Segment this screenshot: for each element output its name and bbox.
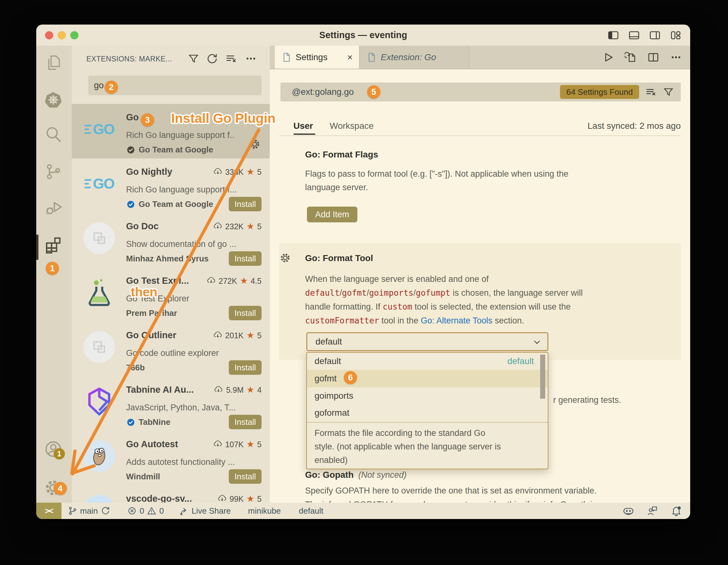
option-default-detail: default [507, 353, 534, 370]
extension-desc: JavaScript, Python, Java, T... [126, 403, 262, 412]
kubernetes-icon[interactable] [44, 91, 62, 109]
alternate-tools-link[interactable]: Go: Alternate Tools [421, 316, 493, 325]
file-icon [281, 52, 291, 62]
toggle-panel-icon[interactable] [628, 30, 640, 41]
kube-context-status-item[interactable]: minikube [248, 503, 281, 519]
scope-tab-user[interactable]: User [293, 119, 313, 133]
downloads-icon [214, 385, 223, 395]
extension-publisher: TabNine [126, 417, 170, 427]
setting-desc-format-flags: Flags to pass to format tool (e.g. ["-s"… [305, 167, 569, 194]
option-goimports[interactable]: goimports [307, 387, 548, 404]
run-debug-icon[interactable] [44, 199, 62, 216]
extension-row-vscode-go[interactable]: vscode-go-sv... 99K ★ 5 [72, 485, 270, 503]
settings-found-badge: 64 Settings Found [560, 85, 639, 99]
extension-stats: 107K ★ 5 [213, 440, 262, 449]
go-logo: GO [84, 113, 115, 145]
filter-settings-icon[interactable] [663, 86, 674, 98]
split-editor-icon[interactable] [647, 51, 659, 63]
flask-icon [84, 277, 115, 308]
live-share-icon [179, 506, 189, 516]
extensions-sidebar: EXTENSIONS: MARKE... go GO Go Rich Go la… [72, 46, 270, 503]
extension-row-go-doc[interactable]: Go Doc 232K ★ 5 Show documentation of go… [72, 213, 270, 268]
downloads-icon [213, 222, 222, 231]
extension-stats: 99K ★ 5 [217, 494, 262, 503]
more-actions-icon[interactable] [670, 51, 682, 63]
extension-row-tabnine[interactable]: Tabnine AI Au... 5.9M ★ 4 JavaScript, Py… [72, 376, 270, 431]
rating-star-icon: ★ [246, 385, 254, 394]
files-icon[interactable] [44, 54, 62, 72]
extensions-icon[interactable] [44, 236, 62, 254]
verified-publisher-icon [126, 200, 136, 209]
settings-search-input[interactable]: @ext:golang.go 64 Settings Found [280, 83, 681, 101]
clear-settings-search-icon[interactable] [645, 86, 656, 98]
extension-stats: 5.9M ★ 4 [214, 385, 262, 395]
downloads-icon [213, 167, 222, 177]
scope-tab-workspace[interactable]: Workspace [330, 119, 374, 133]
source-control-icon[interactable] [44, 163, 62, 181]
problems-status-item[interactable]: 0 0 [127, 503, 164, 519]
dropdown-scrollbar[interactable] [540, 354, 545, 399]
setting-desc-gopath: Specify GOPATH here to override the one … [305, 484, 597, 498]
extension-row-go-autotest[interactable]: Go Autotest 107K ★ 5 Adds autotest funct… [72, 431, 270, 485]
partial-setting-text: r generating tests. [553, 393, 621, 407]
bell-icon[interactable] [671, 505, 682, 516]
settings-gear-icon[interactable] [44, 479, 62, 497]
format-tool-select[interactable]: default [306, 332, 548, 351]
setting-gear-icon[interactable] [279, 252, 291, 264]
tab-extension-go[interactable]: Extension: Go [360, 46, 469, 69]
install-button[interactable]: Install [229, 360, 262, 375]
install-button[interactable]: Install [229, 415, 262, 429]
remote-indicator[interactable]: >< [36, 503, 61, 519]
customize-layout-icon[interactable] [670, 30, 681, 41]
active-view-indicator [36, 235, 38, 260]
sync-icon [101, 506, 110, 516]
copilot-icon[interactable] [623, 505, 634, 516]
toggle-secondary-sidebar-icon[interactable] [649, 30, 661, 41]
install-button[interactable]: Install [229, 251, 262, 266]
more-actions-icon[interactable] [245, 53, 257, 65]
close-tab-icon[interactable]: × [347, 52, 353, 63]
extension-publisher: Minhaz Ahmed Syrus [126, 254, 209, 264]
toggle-primary-sidebar-icon[interactable] [608, 30, 619, 41]
extension-row-go-outliner[interactable]: Go Outliner 201K ★ 5 Go code outline exp… [72, 322, 270, 376]
warnings-icon [147, 506, 156, 516]
option-goformat[interactable]: goformat [307, 404, 548, 421]
scope-separator [279, 136, 681, 136]
add-item-button[interactable]: Add Item [307, 207, 357, 222]
settings-search-value: @ext:golang.go [292, 83, 354, 101]
option-gofmt[interactable]: gofmt [307, 370, 548, 387]
extension-stats: 336K ★ 5 [213, 167, 262, 177]
extension-publisher: 766b [126, 363, 145, 372]
extension-row-go-test-explorer[interactable]: Go Test Expl... 272K ★ 4.5 Go Test Explo… [72, 268, 270, 322]
run-icon[interactable] [602, 51, 614, 63]
search-icon[interactable] [44, 126, 62, 143]
activity-bar: 1 [36, 46, 72, 503]
setting-title-gopath: Go: Gopath (Not synced) [305, 470, 407, 480]
option-default[interactable]: default default [307, 353, 548, 370]
tab-settings[interactable]: Settings × [275, 46, 359, 69]
live-share-status-item[interactable]: Live Share [179, 503, 231, 519]
manage-extension-gear-icon[interactable] [248, 138, 261, 151]
extension-stats: 201K ★ 5 [213, 331, 262, 340]
extension-stats: 232K ★ 5 [213, 222, 262, 231]
extension-desc: Rich Go language support f... [126, 185, 262, 195]
rating-star-icon: ★ [246, 168, 254, 176]
gopher-icon [84, 440, 115, 472]
setting-desc-gopath-partial: The inferred GOPATH from workspace root … [305, 498, 597, 503]
branch-status-item[interactable]: main [68, 503, 110, 519]
vscode-window: Settings — eventing 1 EXTENSIONS: [36, 25, 690, 519]
install-button[interactable]: Install [229, 197, 262, 211]
namespace-status-item[interactable]: default [299, 503, 323, 519]
install-button[interactable]: Install [229, 306, 262, 320]
extensions-search-input[interactable]: go [88, 76, 262, 95]
feedback-icon[interactable] [647, 505, 658, 516]
extension-row-go[interactable]: GO Go Rich Go language support f.. Go Te… [72, 104, 270, 159]
install-button[interactable]: Install [229, 469, 262, 484]
clear-search-icon[interactable] [225, 53, 237, 65]
refresh-icon[interactable] [206, 53, 218, 65]
open-changes-icon[interactable] [625, 51, 637, 63]
placeholder-icon [84, 331, 115, 363]
extension-row-go-nightly[interactable]: GO Go Nightly 336K ★ 5 Rich Go language … [72, 159, 270, 213]
extension-desc: Rich Go language support f.. [126, 130, 262, 140]
filter-icon[interactable] [188, 53, 199, 65]
